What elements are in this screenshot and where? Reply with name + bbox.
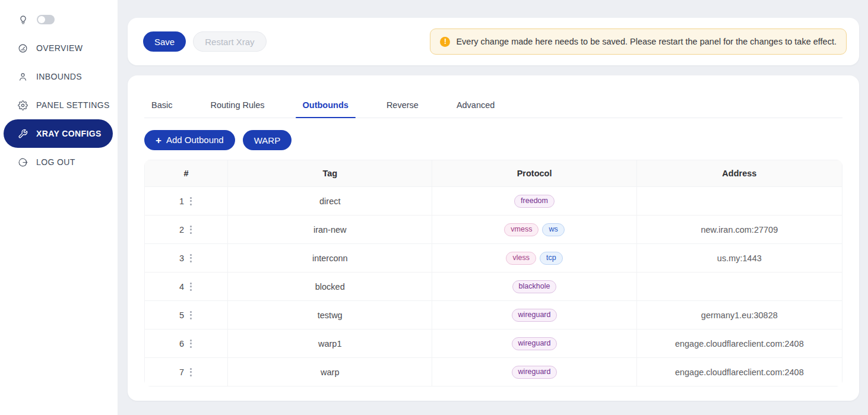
row-address: engage.cloudflareclient.com:2408 — [636, 330, 842, 358]
row-index: 1 — [179, 197, 184, 206]
row-protocols: wireguard — [432, 330, 636, 358]
table-row: 6warp1wireguardengage.cloudflareclient.c… — [145, 330, 842, 358]
restart-xray-button[interactable]: Restart Xray — [193, 31, 266, 52]
row-menu-icon[interactable] — [189, 196, 193, 207]
row-index-cell: 6 — [145, 330, 228, 358]
row-index-cell: 5 — [145, 301, 228, 330]
row-protocols: vmessws — [432, 216, 636, 244]
row-menu-icon[interactable] — [189, 338, 193, 349]
sidebar-item-overview[interactable]: OVERVIEW — [4, 34, 113, 62]
protocol-badge-tcp: tcp — [540, 252, 563, 265]
row-index: 2 — [179, 225, 184, 235]
main-area: Save Restart Xray ! Every change made he… — [118, 0, 868, 415]
row-protocols: vlesstcp — [432, 244, 636, 273]
sidebar: OVERVIEWINBOUNDSPANEL SETTINGSXRAY CONFI… — [0, 0, 118, 415]
add-outbound-button[interactable]: +Add Outbound — [144, 130, 235, 150]
protocol-badge-ws: ws — [542, 223, 564, 236]
sidebar-item-log-out[interactable]: LOG OUT — [4, 148, 113, 176]
row-address: us.my:1443 — [636, 244, 842, 273]
logout-icon — [18, 157, 28, 167]
sidebar-item-label: INBOUNDS — [36, 72, 82, 81]
row-menu-icon[interactable] — [189, 224, 193, 235]
row-tag: warp — [228, 358, 432, 387]
add-outbound-label: Add Outbound — [166, 135, 224, 145]
row-address — [636, 273, 842, 301]
row-index: 5 — [179, 311, 184, 320]
sidebar-item-label: PANEL SETTINGS — [36, 100, 110, 110]
warning-alert: ! Every change made here needs to be sav… — [430, 28, 847, 55]
theme-toggle[interactable] — [37, 15, 55, 24]
app-root: OVERVIEWINBOUNDSPANEL SETTINGSXRAY CONFI… — [0, 0, 868, 415]
wrench-icon — [18, 129, 28, 139]
column-header--: # — [145, 160, 228, 187]
table-row: 5testwgwireguardgermany1.eu:30828 — [145, 301, 842, 330]
plus-icon: + — [156, 135, 161, 146]
row-address — [636, 187, 842, 216]
table-row: 4blockedblackhole — [145, 273, 842, 301]
row-tag: interconn — [228, 244, 432, 273]
protocol-badge-wireguard: wireguard — [512, 337, 557, 350]
configs-card: BasicRouting RulesOutboundsReverseAdvanc… — [128, 75, 859, 401]
row-menu-icon[interactable] — [189, 310, 193, 321]
toolbar-buttons: Save Restart Xray — [143, 31, 267, 52]
row-protocols: blackhole — [432, 273, 636, 301]
row-address: new.iran.com:27709 — [636, 216, 842, 244]
sidebar-nav: OVERVIEWINBOUNDSPANEL SETTINGSXRAY CONFI… — [0, 34, 118, 176]
warning-alert-text: Every change made here needs to be saved… — [456, 37, 837, 46]
row-address: engage.cloudflareclient.com:2408 — [636, 358, 842, 387]
row-index: 7 — [179, 368, 184, 377]
row-menu-icon[interactable] — [189, 253, 193, 264]
row-tag: iran-new — [228, 216, 432, 244]
row-index: 4 — [179, 282, 184, 292]
theme-toggle-row — [0, 5, 118, 34]
row-menu-icon[interactable] — [189, 367, 193, 378]
row-protocols: wireguard — [432, 358, 636, 387]
sidebar-item-label: OVERVIEW — [36, 43, 83, 53]
row-tag: blocked — [228, 273, 432, 301]
protocol-badge-wireguard: wireguard — [512, 309, 557, 322]
tab-advanced[interactable]: Advanced — [449, 93, 502, 118]
toolbar-card: Save Restart Xray ! Every change made he… — [128, 18, 859, 65]
row-protocols: freedom — [432, 187, 636, 216]
row-index-cell: 3 — [145, 244, 228, 273]
table-row: 1directfreedom — [145, 187, 842, 216]
lightbulb-icon — [18, 14, 28, 25]
tab-bar: BasicRouting RulesOutboundsReverseAdvanc… — [144, 75, 842, 118]
sidebar-item-panel-settings[interactable]: PANEL SETTINGS — [4, 91, 113, 119]
tab-basic[interactable]: Basic — [144, 93, 179, 118]
column-header-tag: Tag — [228, 160, 432, 187]
column-header-address: Address — [636, 160, 842, 187]
row-protocols: wireguard — [432, 301, 636, 330]
gauge-icon — [18, 43, 28, 53]
row-tag: direct — [228, 187, 432, 216]
table-row: 7warpwireguardengage.cloudflareclient.co… — [145, 358, 842, 387]
save-button[interactable]: Save — [143, 31, 186, 52]
toggle-knob — [38, 16, 45, 23]
row-index: 3 — [179, 254, 184, 263]
table-header-row: #TagProtocolAddress — [145, 160, 842, 187]
outbounds-table: #TagProtocolAddress 1directfreedom2iran-… — [144, 160, 842, 387]
protocol-badge-wireguard: wireguard — [512, 366, 557, 379]
row-menu-icon[interactable] — [189, 281, 193, 292]
table-row: 3interconnvlesstcpus.my:1443 — [145, 244, 842, 273]
row-address: germany1.eu:30828 — [636, 301, 842, 330]
row-index-cell: 7 — [145, 358, 228, 387]
user-icon — [18, 72, 28, 82]
sidebar-item-label: XRAY CONFIGS — [36, 129, 102, 138]
row-index-cell: 1 — [145, 187, 228, 216]
row-tag: warp1 — [228, 330, 432, 358]
warning-icon: ! — [440, 37, 450, 47]
sidebar-item-xray-configs[interactable]: XRAY CONFIGS — [4, 119, 113, 148]
tab-outbounds[interactable]: Outbounds — [296, 93, 356, 118]
warp-button[interactable]: WARP — [243, 130, 292, 150]
tab-routing-rules[interactable]: Routing Rules — [203, 93, 271, 118]
tab-reverse[interactable]: Reverse — [379, 93, 426, 118]
sidebar-item-label: LOG OUT — [36, 157, 75, 167]
gear-icon — [18, 100, 28, 110]
table-row: 2iran-newvmesswsnew.iran.com:27709 — [145, 216, 842, 244]
sidebar-item-inbounds[interactable]: INBOUNDS — [4, 62, 113, 91]
column-header-protocol: Protocol — [432, 160, 636, 187]
row-tag: testwg — [228, 301, 432, 330]
actions-row: +Add Outbound WARP — [144, 130, 842, 150]
protocol-badge-freedom: freedom — [514, 195, 555, 208]
